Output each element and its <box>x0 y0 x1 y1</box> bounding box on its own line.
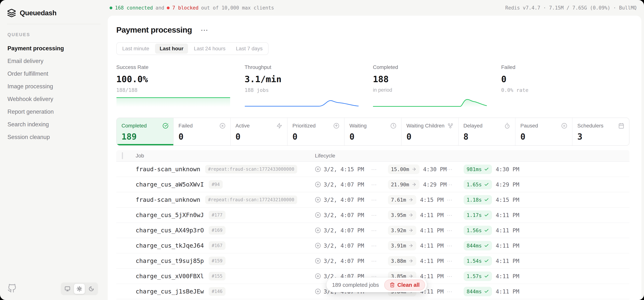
time-range-last-24-hours[interactable]: Last 24 hours <box>189 44 230 54</box>
time-range-last-7-days[interactable]: Last 7 days <box>231 44 267 54</box>
connected-dot-icon <box>110 6 112 9</box>
sidebar-queue-item[interactable]: Image processing <box>0 80 108 93</box>
sidebar-queue-item[interactable]: Payment processing <box>0 42 108 55</box>
time-range-last-hour[interactable]: Last hour <box>155 44 188 54</box>
ellipsis-icon: ⋯ <box>371 227 388 234</box>
lifecycle-column-header: Lifecycle <box>315 153 630 159</box>
sun-icon <box>76 286 82 292</box>
job-finished-time: 4:11 PM <box>496 227 519 234</box>
throughput-sparkline <box>245 97 359 107</box>
tab-failed[interactable]: Failed 0 <box>174 118 231 145</box>
queue-item-label: Report generation <box>8 108 54 115</box>
tab-waiting-children[interactable]: Waiting Children 0 <box>402 118 458 145</box>
job-name: charge_cus_t9suj85p <box>136 257 204 264</box>
tab-count: 0 <box>406 132 453 142</box>
theme-light-button[interactable] <box>74 284 85 294</box>
check-icon <box>484 258 489 263</box>
table-row[interactable]: charge_cus_aW5oXWvI #94 3/2, 4:07 PM ⋯ 2… <box>116 177 630 192</box>
arrow-right-icon <box>408 228 413 233</box>
queue-item-label: Search indexing <box>8 121 49 128</box>
table-row[interactable]: charge_cus_lgF9ijuX #144 3/2, 4:07 PM ⋯ … <box>116 299 630 300</box>
sidebar-queue-item[interactable]: Report generation <box>0 106 108 118</box>
duration-pill: 1.17s <box>464 210 492 220</box>
queue-menu-button[interactable]: ⋯ <box>200 28 209 32</box>
job-name: charge_cus_AX49p3rO <box>136 227 204 234</box>
brand: Queuedash <box>0 0 108 18</box>
ellipsis-icon: ⋯ <box>447 166 464 172</box>
circle-plus-icon <box>315 166 321 172</box>
circle-x-icon <box>220 123 226 129</box>
tab-schedulers[interactable]: Schedulers 3 <box>572 118 629 145</box>
circle-plus-icon <box>315 182 321 188</box>
table-row[interactable]: charge_cus_5jXFn0wJ #177 3/2, 4:07 PM ⋯ … <box>116 208 630 223</box>
queue-item-label: Session cleanup <box>8 134 50 140</box>
stat-success-rate: Success Rate 100.0% 188/188 <box>116 64 245 107</box>
brand-name: Queuedash <box>20 9 56 17</box>
arrow-right-icon <box>408 212 413 218</box>
tab-active[interactable]: Active 0 <box>231 118 288 145</box>
arrow-right-icon <box>412 182 416 187</box>
tab-label: Paused <box>520 123 538 129</box>
connected-count: 168 connected <box>115 5 153 10</box>
table-row[interactable]: charge_cus_tkJqeJ64 #167 3/2, 4:07 PM ⋯ … <box>116 238 630 254</box>
theme-system-button[interactable] <box>62 284 73 294</box>
job-started-time: 4:15 PM <box>420 196 444 203</box>
tab-waiting[interactable]: Waiting 0 <box>344 118 402 145</box>
timer-icon <box>504 123 510 129</box>
server-info: Redis v7.4.7 · 7.15M / 7.65G (0.09%) · B… <box>505 5 636 10</box>
job-name: fraud-scan_unknown <box>136 196 200 203</box>
job-name: charge_cus_xV00FBXl <box>136 272 204 280</box>
table-row[interactable]: fraud-scan_unknown #repeat:fraud-scan:17… <box>116 162 630 177</box>
job-finished-time: 4:15 PM <box>496 196 519 203</box>
delay-pill: 3.91m <box>388 241 416 250</box>
tab-completed[interactable]: Completed 189 <box>117 118 174 145</box>
tab-prioritized[interactable]: Prioritized 0 <box>288 118 344 145</box>
arrow-right-icon <box>408 243 413 248</box>
check-icon <box>484 289 489 294</box>
sidebar-queue-item[interactable]: Email delivery <box>0 55 108 68</box>
tab-label: Prioritized <box>292 123 316 129</box>
circle-arrow-up-icon <box>333 123 339 129</box>
job-id-badge: #167 <box>209 241 226 250</box>
circle-plus-icon <box>315 227 321 233</box>
stat-throughput: Throughput 3.1/min 188 jobs <box>245 64 373 107</box>
duration-pill: 1.18s <box>464 195 492 204</box>
ellipsis-icon: ⋯ <box>371 181 388 188</box>
select-all-checkbox[interactable] <box>122 152 123 159</box>
job-id-badge: #146 <box>209 287 226 296</box>
tab-paused[interactable]: Paused 0 <box>516 118 572 145</box>
tab-delayed[interactable]: Delayed 8 <box>458 118 516 145</box>
tab-label: Active <box>236 123 250 129</box>
duration-pill: 981ms <box>464 164 492 174</box>
delay-pill: 7.61m <box>388 195 416 204</box>
github-link[interactable] <box>8 284 16 294</box>
sidebar-queue-item[interactable]: Session cleanup <box>0 131 108 144</box>
table-row[interactable]: charge_cus_t9suj85p #159 3/2, 4:07 PM ⋯ … <box>116 254 630 269</box>
ellipsis-icon: ⋯ <box>447 227 464 234</box>
sidebar-queue-item[interactable]: Order fulfillment <box>0 68 108 80</box>
ellipsis-icon: ⋯ <box>447 181 464 188</box>
check-icon <box>484 212 489 218</box>
job-created: 3/2, 4:15 PM <box>315 166 371 172</box>
ellipsis-icon: ⋯ <box>447 258 464 264</box>
job-finished-time: 4:11 PM <box>496 242 519 249</box>
theme-dark-button[interactable] <box>86 284 97 294</box>
stat-value: 100.0% <box>116 74 245 84</box>
top-status-bar: 168 connected and 7 blocked out of 10,00… <box>108 0 642 16</box>
trash-icon <box>390 282 395 288</box>
stat-sub: 188/188 <box>116 87 245 93</box>
clean-all-button[interactable]: Clean all <box>384 280 425 290</box>
table-row[interactable]: fraud-scan_unknown #repeat:fraud-scan:17… <box>116 192 630 208</box>
table-row[interactable]: charge_cus_AX49p3rO #169 3/2, 4:07 PM ⋯ … <box>116 223 630 238</box>
circle-plus-icon <box>315 288 321 294</box>
sidebar-queue-item[interactable]: Search indexing <box>0 118 108 131</box>
tab-count: 0 <box>350 132 396 142</box>
delay-pill: 15.00m <box>388 164 420 174</box>
table-header: Job Lifecycle <box>116 150 630 162</box>
queues-section-label: QUEUES <box>8 32 108 37</box>
ellipsis-icon: ⋯ <box>371 212 388 218</box>
time-range-last-minute[interactable]: Last minute <box>118 44 154 54</box>
sidebar-queue-item[interactable]: Webhook delivery <box>0 93 108 106</box>
circle-plus-icon <box>315 273 321 279</box>
stat-value: 3.1/min <box>245 74 373 84</box>
